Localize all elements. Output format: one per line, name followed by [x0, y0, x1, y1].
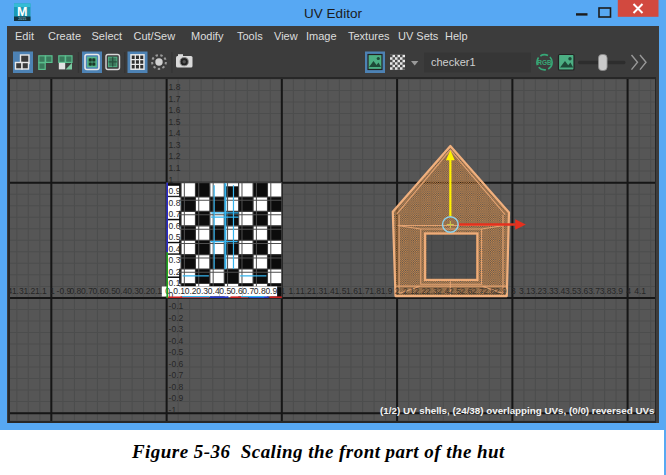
svg-text:3.7: 3.7 — [588, 286, 600, 296]
svg-text:1.3: 1.3 — [169, 140, 181, 150]
svg-text:RGB: RGB — [537, 59, 552, 66]
svg-text:3.3: 3.3 — [542, 286, 554, 296]
svg-text:1.4: 1.4 — [169, 128, 181, 138]
svg-text:2.7: 2.7 — [472, 286, 484, 296]
svg-text:2: 2 — [395, 286, 400, 296]
svg-text:0.5: 0.5 — [219, 286, 231, 296]
svg-text:1.1: 1.1 — [289, 286, 301, 296]
svg-text:2.1: 2.1 — [403, 286, 415, 296]
svg-text:3.4: 3.4 — [554, 286, 566, 296]
svg-text:0.2: 0.2 — [185, 286, 197, 296]
svg-text:-1: -1 — [169, 405, 177, 415]
svg-text:0.7: 0.7 — [81, 286, 93, 296]
svg-text:0.1: 0.1 — [150, 286, 162, 296]
svg-text:1.7: 1.7 — [358, 286, 370, 296]
svg-text:-0.6: -0.6 — [169, 359, 184, 369]
svg-text:0.1: 0.1 — [169, 278, 181, 288]
svg-text:checker1: checker1 — [431, 56, 476, 68]
svg-text:3.8: 3.8 — [600, 286, 612, 296]
svg-text:-0.8: -0.8 — [169, 382, 184, 392]
svg-text:3.9: 3.9 — [611, 286, 623, 296]
svg-text:-0.1: -0.1 — [169, 301, 184, 311]
svg-text:0.7: 0.7 — [169, 209, 181, 219]
svg-text:0.3: 0.3 — [169, 255, 181, 265]
svg-text:2.3: 2.3 — [426, 286, 438, 296]
svg-text:0.4: 0.4 — [116, 286, 128, 296]
svg-text:0.8: 0.8 — [254, 286, 266, 296]
svg-text:1.1: 1.1 — [169, 163, 181, 173]
svg-text:1.3: 1.3 — [12, 286, 24, 296]
svg-text:0.7: 0.7 — [242, 286, 254, 296]
svg-text:0.4: 0.4 — [208, 286, 220, 296]
svg-text:0.5: 0.5 — [104, 286, 116, 296]
svg-text:0.3: 0.3 — [127, 286, 139, 296]
svg-text:3.6: 3.6 — [577, 286, 589, 296]
svg-text:1.1: 1.1 — [35, 286, 47, 296]
svg-text:1.4: 1.4 — [323, 286, 335, 296]
svg-text:1.5: 1.5 — [169, 117, 181, 127]
svg-text:2.5: 2.5 — [449, 286, 461, 296]
svg-text:3.1: 3.1 — [519, 286, 531, 296]
svg-text:1.3: 1.3 — [312, 286, 324, 296]
svg-text:3.5: 3.5 — [565, 286, 577, 296]
svg-text:2.4: 2.4 — [437, 286, 449, 296]
svg-text:1.6: 1.6 — [346, 286, 358, 296]
svg-text:0.9: 0.9 — [265, 286, 277, 296]
svg-text:2.9: 2.9 — [495, 286, 507, 296]
svg-text:-0.5: -0.5 — [169, 347, 184, 357]
svg-text:0.8: 0.8 — [169, 198, 181, 208]
svg-text:0.3: 0.3 — [196, 286, 208, 296]
svg-text:-0.7: -0.7 — [169, 370, 184, 380]
svg-text:0: 0 — [169, 290, 174, 300]
svg-text:1.2: 1.2 — [300, 286, 312, 296]
svg-text:2.8: 2.8 — [483, 286, 495, 296]
svg-text:4: 4 — [626, 286, 631, 296]
svg-text:-0.9: -0.9 — [169, 393, 184, 403]
svg-text:0.2: 0.2 — [169, 267, 181, 277]
svg-text:1.7: 1.7 — [169, 94, 181, 104]
svg-text:-0.2: -0.2 — [169, 313, 184, 323]
svg-text:4.1: 4.1 — [634, 286, 646, 296]
svg-text:0.2: 0.2 — [139, 286, 151, 296]
svg-text:0.4: 0.4 — [169, 244, 181, 254]
svg-text:-0.4: -0.4 — [169, 336, 184, 346]
svg-text:(1/2) UV shells, (24/38) overl: (1/2) UV shells, (24/38) overlapping UVs… — [380, 405, 655, 416]
svg-text:1.9: 1.9 — [381, 286, 393, 296]
svg-text:1: 1 — [280, 286, 285, 296]
svg-text:2.2: 2.2 — [414, 286, 426, 296]
svg-text:1: 1 — [50, 286, 55, 296]
svg-text:0.6: 0.6 — [169, 221, 181, 231]
svg-text:0.6: 0.6 — [231, 286, 243, 296]
svg-text:-0.3: -0.3 — [169, 324, 184, 334]
svg-text:0.5: 0.5 — [169, 232, 181, 242]
svg-text:1.8: 1.8 — [369, 286, 381, 296]
svg-text:1.5: 1.5 — [335, 286, 347, 296]
svg-text:1.8: 1.8 — [169, 82, 181, 92]
svg-text:3.2: 3.2 — [530, 286, 542, 296]
svg-text:1.2: 1.2 — [23, 286, 35, 296]
svg-text:2.6: 2.6 — [460, 286, 472, 296]
svg-text:1: 1 — [169, 175, 174, 185]
svg-text:0.6: 0.6 — [93, 286, 105, 296]
svg-text:1.6: 1.6 — [169, 105, 181, 115]
svg-text:0.8: 0.8 — [70, 286, 82, 296]
svg-text:0.9: 0.9 — [169, 186, 181, 196]
svg-text:1.2: 1.2 — [169, 151, 181, 161]
svg-text:3: 3 — [511, 286, 516, 296]
